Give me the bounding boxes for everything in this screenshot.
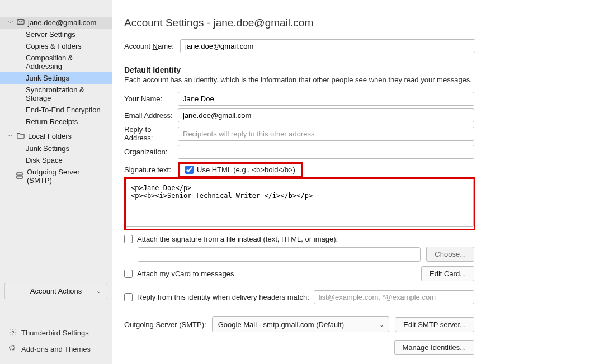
local-folders[interactable]: ﹀ Local Folders	[0, 130, 112, 143]
svg-point-4	[18, 177, 18, 177]
sidebar-item-e2e-encryption[interactable]: End-To-End Encryption	[0, 104, 112, 116]
sidebar-item-lf-disk[interactable]: Disk Space	[0, 154, 112, 166]
use-html-label: Use HTML (e.g., <b>bold</b>)	[197, 166, 295, 174]
thunderbird-settings-link[interactable]: Thunderbird Settings	[4, 325, 107, 341]
chevron-down-icon: ⌄	[379, 321, 384, 328]
svg-point-3	[18, 173, 18, 174]
outgoing-server-label: Outgoing Server (SMTP):	[124, 320, 206, 329]
identity-hint: Each account has an identity, which is t…	[124, 75, 587, 84]
svg-rect-1	[17, 172, 23, 174]
local-folders-label: Local Folders	[28, 132, 72, 140]
server-icon	[16, 172, 23, 181]
choose-file-button[interactable]: Choose...	[426, 247, 474, 262]
sidebar-item-server-settings[interactable]: Server Settings	[0, 29, 112, 40]
outgoing-server-select[interactable]: Google Mail - smtp.gmail.com (Default) ⌄	[212, 316, 390, 332]
sidebar: ﹀ jane.doe@gmail.com Server Settings Cop…	[0, 0, 112, 364]
reply-match-checkbox[interactable]	[124, 293, 133, 301]
reply-to-label: Reply-to Address:	[124, 125, 178, 142]
email-input[interactable]	[178, 108, 474, 122]
organization-input[interactable]	[178, 145, 474, 159]
attach-signature-file-checkbox[interactable]	[124, 235, 133, 243]
puzzle-icon	[9, 344, 17, 354]
thunderbird-settings-label: Thunderbird Settings	[21, 329, 89, 337]
reply-to-input[interactable]	[178, 127, 474, 141]
attach-vcard-label: Attach my vCard to messages	[137, 270, 234, 278]
main-panel: Account Settings - jane.doe@gmail.com Ac…	[112, 0, 604, 364]
account-tree: ﹀ jane.doe@gmail.com Server Settings Cop…	[0, 17, 112, 283]
account-name-input[interactable]	[180, 39, 475, 53]
account-email-label: jane.doe@gmail.com	[28, 18, 96, 27]
signature-text-label: Signature text:	[124, 166, 178, 174]
attach-vcard-checkbox[interactable]	[124, 270, 133, 278]
sidebar-item-composition[interactable]: Composition & Addressing	[0, 52, 112, 72]
svg-rect-0	[17, 20, 24, 25]
svg-point-5	[12, 331, 14, 333]
sidebar-item-return-receipts[interactable]: Return Receipts	[0, 116, 112, 127]
organization-label: Organization:	[124, 148, 178, 156]
sidebar-item-sync-storage[interactable]: Synchronization & Storage	[0, 84, 112, 104]
outgoing-server-value: Google Mail - smtp.gmail.com (Default)	[218, 320, 344, 329]
account-jane[interactable]: ﹀ jane.doe@gmail.com	[0, 17, 112, 29]
signature-textarea-highlight	[124, 177, 475, 230]
attach-signature-file-label: Attach the signature from a file instead…	[137, 235, 338, 243]
reply-match-label: Reply from this identity when delivery h…	[137, 293, 309, 301]
sidebar-item-junk-settings[interactable]: Junk Settings	[0, 72, 112, 84]
email-label: Email Address:	[124, 111, 178, 120]
addons-label: Add-ons and Themes	[21, 345, 91, 353]
addons-link[interactable]: Add-ons and Themes	[4, 341, 107, 357]
account-name-label: Account Name:	[124, 42, 180, 50]
chevron-down-icon: ﹀	[8, 133, 13, 140]
use-html-highlight: Use HTML (e.g., <b>bold</b>)	[178, 162, 303, 177]
sidebar-item-lf-junk[interactable]: Junk Settings	[0, 143, 112, 154]
reply-match-input[interactable]	[314, 290, 474, 304]
page-title: Account Settings - jane.doe@gmail.com	[124, 17, 587, 29]
signature-textarea[interactable]	[126, 179, 474, 227]
edit-card-button[interactable]: Edit Card...	[421, 266, 474, 281]
sidebar-item-outgoing-smtp[interactable]: Outgoing Server (SMTP)	[0, 166, 112, 186]
outgoing-label: Outgoing Server (SMTP)	[27, 168, 106, 185]
sidebar-item-copies-folders[interactable]: Copies & Folders	[0, 40, 112, 52]
your-name-input[interactable]	[178, 92, 474, 106]
signature-file-path-input[interactable]	[138, 247, 421, 262]
use-html-checkbox[interactable]	[185, 166, 194, 174]
account-actions-label: Account Actions	[30, 287, 82, 295]
svg-rect-2	[17, 176, 23, 178]
folder-icon	[17, 131, 25, 141]
gear-icon	[9, 328, 17, 338]
edit-smtp-button[interactable]: Edit SMTP server...	[395, 317, 474, 332]
chevron-down-icon: ﹀	[8, 19, 13, 27]
default-identity-heading: Default Identity	[124, 65, 587, 74]
mail-account-icon	[17, 18, 25, 27]
chevron-down-icon: ⌄	[96, 287, 101, 295]
account-actions-button[interactable]: Account Actions ⌄	[4, 283, 107, 299]
your-name-label: Your Name:	[124, 94, 178, 103]
manage-identities-button[interactable]: Manage Identities...	[394, 340, 474, 355]
